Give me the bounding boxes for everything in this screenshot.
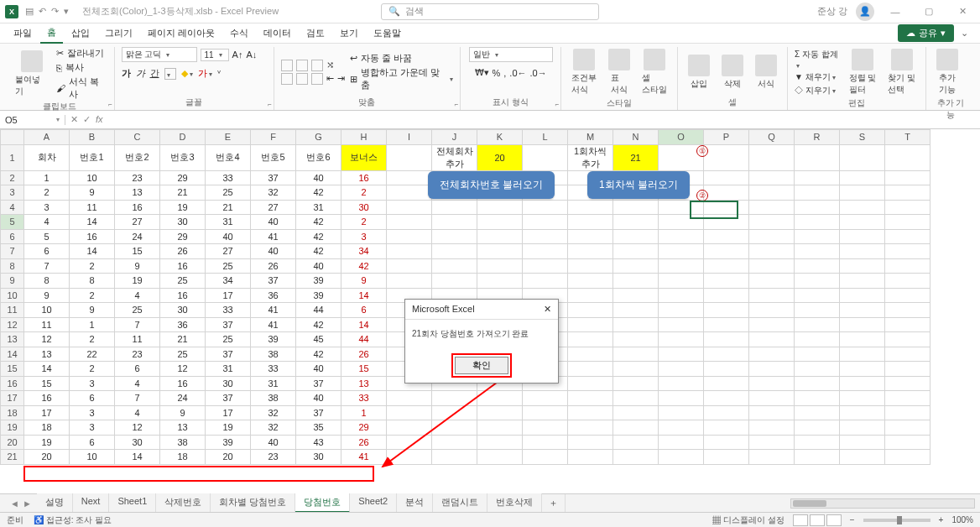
page-layout-view-icon[interactable] [810,514,825,526]
merge-center-button[interactable]: ⊞ 병합하고 가운데 맞춤 [350,66,454,91]
cell-I21[interactable] [387,450,432,465]
paste-button[interactable]: 붙여넣기 [12,49,51,99]
cell-B3[interactable]: 9 [70,185,115,201]
cell-B16[interactable]: 3 [70,376,115,391]
font-size-select[interactable]: 11 [201,49,229,61]
find-select-button[interactable]: 찾기 및 선택 [884,47,919,97]
cell-S4[interactable] [840,200,885,215]
cell-I5[interactable] [387,215,432,230]
cell-C19[interactable]: 12 [115,420,160,436]
cell-S16[interactable] [840,376,885,391]
cell-K18[interactable] [477,405,523,420]
cell-F9[interactable]: 37 [251,274,296,289]
cell-H5[interactable]: 2 [341,215,387,230]
cell-R18[interactable] [795,405,840,420]
cell-B6[interactable]: 16 [70,229,115,244]
cell-G17[interactable]: 40 [296,391,341,406]
cell-O22[interactable] [659,464,704,465]
fill-color-button[interactable]: ◆ [181,68,193,79]
cell-G15[interactable]: 40 [296,362,341,377]
cell-E11[interactable]: 33 [206,303,251,318]
row-header-7[interactable]: 7 [1,244,24,259]
cell-Q7[interactable] [749,244,795,259]
cell-N10[interactable] [613,288,659,303]
increase-font-icon[interactable]: A↑ [232,50,243,60]
cell-A12[interactable]: 11 [24,317,70,332]
cell-D9[interactable]: 25 [160,274,206,289]
cell-S13[interactable] [840,332,885,347]
cell-T5[interactable] [885,215,930,230]
row-header-10[interactable]: 10 [1,288,24,303]
row-header-5[interactable]: 5 [1,215,24,230]
cell-N15[interactable] [613,362,659,377]
cell-M6[interactable] [568,229,613,244]
sheet-tab-당첨번호[interactable]: 당첨번호 [295,493,350,513]
font-launcher-icon[interactable]: ⌐ [268,101,272,108]
cell-E19[interactable]: 19 [206,420,251,436]
increase-indent-icon[interactable]: ⇥ [337,73,345,84]
cell-H7[interactable]: 34 [341,244,387,259]
cell-F3[interactable]: 32 [251,185,296,201]
cell-J17[interactable] [432,391,477,406]
cell-B4[interactable]: 11 [70,200,115,215]
worksheet-grid[interactable]: ABCDEFGHIJKLMNOPQRST1회차번호1번호2번호3번호4번호5번호… [0,129,980,465]
menu-file[interactable]: 파일 [7,23,39,43]
cell-L19[interactable] [523,420,568,436]
row-header-8[interactable]: 8 [1,258,24,274]
col-header-B[interactable]: B [70,130,115,145]
cell-S8[interactable] [840,258,885,274]
cell-A1[interactable]: 회차 [24,144,70,170]
cell-H13[interactable]: 44 [341,332,387,347]
cell-M14[interactable] [568,347,613,362]
number-format-select[interactable]: 일반 [469,47,553,62]
cell-E2[interactable]: 33 [206,170,251,185]
cell-R2[interactable] [795,170,840,185]
cell-S19[interactable] [840,420,885,436]
menu-formulas[interactable]: 수식 [223,23,255,43]
cell-L17[interactable] [523,391,568,406]
cell-E10[interactable]: 17 [206,288,251,303]
row-header-6[interactable]: 6 [1,229,24,244]
cell-B5[interactable]: 14 [70,215,115,230]
col-header-T[interactable]: T [885,130,930,145]
cell-F10[interactable]: 36 [251,288,296,303]
cell-D20[interactable]: 38 [160,435,206,450]
number-launcher-icon[interactable]: ⌐ [555,101,559,108]
cell-A10[interactable]: 9 [24,288,70,303]
cell-R14[interactable] [795,347,840,362]
phonetic-button[interactable]: ᵛ [217,68,222,79]
cell-T12[interactable] [885,317,930,332]
add-sheet-button[interactable]: ＋ [542,494,566,512]
row-header-17[interactable]: 17 [1,391,24,406]
cell-K21[interactable] [477,450,523,465]
cell-H4[interactable]: 30 [341,200,387,215]
cell-L5[interactable] [523,215,568,230]
cell-D3[interactable]: 21 [160,185,206,201]
cell-C10[interactable]: 4 [115,288,160,303]
row-header-9[interactable]: 9 [1,274,24,289]
cell-G6[interactable]: 42 [296,229,341,244]
cell-K4[interactable] [477,200,523,215]
cell-E18[interactable]: 17 [206,405,251,420]
cell-H14[interactable]: 26 [341,347,387,362]
col-header-A[interactable]: A [24,130,70,145]
sheet-tab-랜덤시트[interactable]: 랜덤시트 [433,493,487,513]
cell-D12[interactable]: 36 [160,317,206,332]
dialog-close-icon[interactable]: ✕ [544,304,551,315]
cell-O17[interactable] [659,391,704,406]
cell-E5[interactable]: 31 [206,215,251,230]
cell-B1[interactable]: 번호1 [70,144,115,170]
cell-P11[interactable] [704,303,749,318]
cell-M15[interactable] [568,362,613,377]
cell-G21[interactable]: 30 [296,450,341,465]
cell-F20[interactable]: 40 [251,435,296,450]
cell-E13[interactable]: 25 [206,332,251,347]
cell-T16[interactable] [885,376,930,391]
percent-format-icon[interactable]: % [493,68,501,78]
cell-E16[interactable]: 30 [206,376,251,391]
cell-F18[interactable]: 32 [251,405,296,420]
cell-F2[interactable]: 37 [251,170,296,185]
accounting-format-icon[interactable]: ₩▾ [475,67,489,78]
cell-M20[interactable] [568,435,613,450]
enter-formula-icon[interactable]: ✓ [83,114,91,125]
